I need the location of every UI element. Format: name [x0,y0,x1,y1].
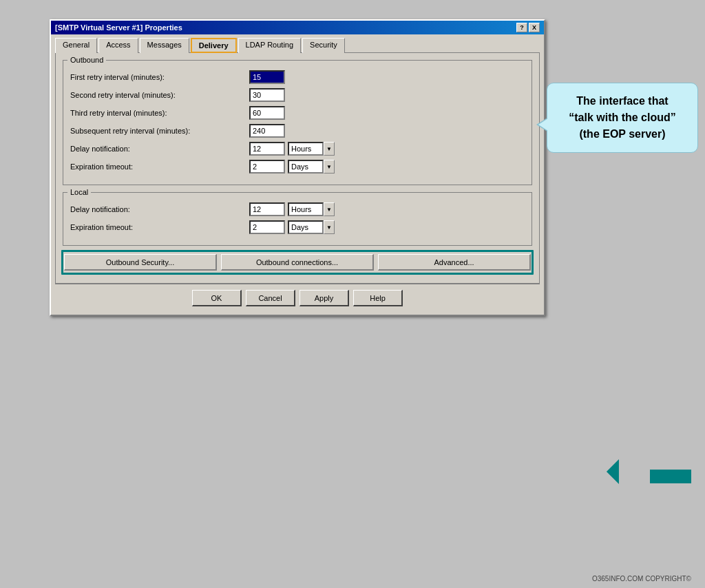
callout-line3: (the EOP server) [579,128,665,140]
action-buttons-container: Outbound Security... Outbound connection… [63,251,532,273]
outbound-expiration-input[interactable] [249,160,285,174]
dialog-window: [SMTP Virtual Server #1] Properties ? X … [50,19,545,316]
local-delay-input[interactable] [249,202,285,216]
title-bar-buttons: ? X [516,23,540,32]
local-label: Local [67,188,91,196]
window-title: [SMTP Virtual Server #1] Properties [55,23,182,32]
outbound-expiration-dropdown-text: Days [288,160,324,174]
outbound-connections-button[interactable]: Outbound connections... [221,254,374,271]
outbound-delay-dropdown[interactable]: Hours ▼ [288,142,335,156]
cancel-button[interactable]: Cancel [246,290,295,306]
tab-access[interactable]: Access [98,38,138,53]
apply-button[interactable]: Apply [299,290,349,306]
outbound-delay-input[interactable] [249,142,285,156]
local-expiration-dropdown-btn[interactable]: ▼ [324,220,335,234]
outbound-security-button[interactable]: Outbound Security... [64,254,217,271]
tab-delivery[interactable]: Delivery [191,38,237,53]
outbound-delay-dropdown-btn[interactable]: ▼ [324,142,335,156]
local-expiration-dropdown[interactable]: Days ▼ [288,220,335,234]
tab-general[interactable]: General [55,38,97,53]
callout-line2: “talk with the cloud” [569,112,676,123]
third-retry-input[interactable] [249,106,285,120]
teal-arrow-body [650,470,691,483]
local-delay-dropdown-btn[interactable]: ▼ [324,202,335,216]
local-expiration-dropdown-text: Days [288,220,324,234]
outbound-delay-dropdown-text: Hours [288,142,324,156]
outbound-delay-row: Delay notification: Hours ▼ [70,142,525,156]
subsequent-retry-row: Subsequent retry interval (minutes): [70,124,525,138]
local-delay-dropdown-text: Hours [288,202,324,216]
outbound-delay-label: Delay notification: [70,145,249,153]
local-expiration-input[interactable] [249,220,285,234]
subsequent-retry-input[interactable] [249,124,285,138]
local-delay-row: Delay notification: Hours ▼ [70,202,525,216]
callout-line1: The interface that [576,95,668,107]
tab-content: Outbound First retry interval (minutes):… [55,52,540,284]
tab-messages[interactable]: Messages [140,38,189,53]
subsequent-retry-label: Subsequent retry interval (minutes): [70,127,249,135]
teal-arrow-container [607,459,691,489]
third-retry-label: Third retry interval (minutes): [70,109,249,117]
local-expiration-label: Expiration timeout: [70,223,249,231]
help-button[interactable]: ? [516,23,527,32]
local-legend: Local [67,188,91,196]
second-retry-input[interactable] [249,88,285,102]
teal-arrow-icon [607,459,648,484]
tab-ldap-routing[interactable]: LDAP Routing [238,38,302,53]
help-footer-button[interactable]: Help [353,290,403,306]
local-group: Local Delay notification: Hours ▼ [63,192,532,246]
first-retry-label: First retry interval (minutes): [70,73,249,81]
callout-bubble: The interface that “talk with the cloud”… [547,83,698,153]
outbound-group: Outbound First retry interval (minutes):… [63,60,532,185]
outbound-expiration-dropdown-btn[interactable]: ▼ [324,160,335,174]
advanced-button[interactable]: Advanced... [378,254,531,271]
outbound-expiration-label: Expiration timeout: [70,162,249,171]
second-retry-row: Second retry interval (minutes): [70,88,525,102]
first-retry-input[interactable] [249,70,285,84]
outbound-expiration-row: Expiration timeout: Days ▼ [70,160,525,174]
outbound-expiration-dropdown[interactable]: Days ▼ [288,160,335,174]
local-delay-label: Delay notification: [70,205,249,213]
title-bar: [SMTP Virtual Server #1] Properties ? X [51,21,544,34]
local-delay-dropdown[interactable]: Hours ▼ [288,202,335,216]
local-expiration-row: Expiration timeout: Days ▼ [70,220,525,234]
copyright-text: O365INFO.COM COPYRIGHT© [592,575,691,582]
tab-security[interactable]: Security [302,38,345,53]
second-retry-label: Second retry interval (minutes): [70,91,249,99]
close-button[interactable]: X [529,23,540,32]
ok-button[interactable]: OK [192,290,242,306]
third-retry-row: Third retry interval (minutes): [70,106,525,120]
tabs-bar: General Access Messages Delivery LDAP Ro… [51,34,544,52]
action-buttons-row: Outbound Security... Outbound connection… [63,251,532,273]
outbound-legend: Outbound [67,56,106,64]
footer-buttons-bar: OK Cancel Apply Help [55,284,540,311]
first-retry-row: First retry interval (minutes): [70,70,525,84]
outbound-label: Outbound [67,56,106,64]
